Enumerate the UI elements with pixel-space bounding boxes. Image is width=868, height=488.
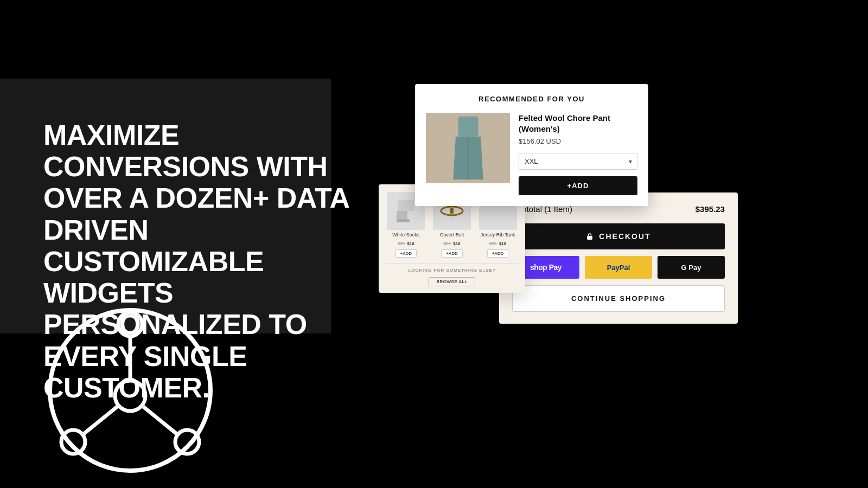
product-name: Felted Wool Chore Pant (Women's) (519, 113, 637, 134)
product-info: Felted Wool Chore Pant (Women's) $156.02… (519, 113, 637, 195)
lock-icon (586, 233, 593, 240)
svg-point-1 (118, 312, 142, 336)
checkout-button[interactable]: CHECKOUT (512, 223, 725, 249)
thumb-price-new: $16 (407, 241, 414, 246)
svg-rect-10 (398, 200, 414, 211)
thumb-price-new: $16 (453, 241, 460, 246)
add-to-cart-button[interactable]: +ADD (519, 176, 637, 195)
browse-all-button[interactable]: BROWSE ALL (429, 277, 476, 286)
recommended-title: RECOMMENDED FOR YOU (426, 95, 637, 103)
checkout-label: CHECKOUT (599, 232, 650, 241)
svg-rect-8 (458, 117, 478, 137)
looking-text: LOOKING FOR SOMETHING ELSE? (385, 268, 519, 273)
thumb-price-orig: $20 (443, 241, 450, 246)
svg-line-7 (143, 407, 178, 435)
network-icon (43, 304, 217, 477)
thumb-add-button[interactable]: +ADD (441, 249, 463, 258)
svg-point-4 (115, 381, 145, 411)
thumb-name: Jersey Rib Tank (477, 232, 519, 237)
size-select-wrapper[interactable]: XXL XS S M L XL ▾ (519, 153, 637, 170)
gpay-button[interactable]: G Pay (658, 256, 725, 279)
thumb-price-new: $16 (499, 241, 506, 246)
paypal-button[interactable]: PayPal (585, 256, 652, 279)
product-price: $156.02 USD (519, 137, 637, 145)
recommended-card: RECOMMENDED FOR YOU Felted Wool Chore Pa… (415, 84, 648, 206)
cart-card: Subtotal (1 Item) $395.23 CHECKOUT shop … (499, 192, 738, 324)
svg-line-6 (82, 407, 117, 435)
thumb-price-orig: $20 (489, 241, 496, 246)
paypal-label: PayPal (607, 264, 630, 272)
svg-rect-14 (450, 208, 454, 214)
thumb-price-orig: $20 (398, 241, 405, 246)
looking-section: LOOKING FOR SOMETHING ELSE? BROWSE ALL (385, 263, 519, 286)
thumb-name: Covert Belt (431, 232, 473, 237)
svg-rect-15 (587, 236, 592, 240)
payment-methods: shop Pay PayPal G Pay (512, 256, 725, 279)
product-image (426, 113, 510, 183)
subtotal-amount: $395.23 (695, 204, 725, 214)
gpay-label: G Pay (681, 264, 701, 272)
continue-shopping-button[interactable]: CONTINUE SHOPPING (512, 285, 725, 312)
thumb-add-button[interactable]: +ADD (395, 249, 417, 258)
thumb-add-button[interactable]: +ADD (487, 249, 509, 258)
shoppay-label: shop Pay (530, 263, 561, 272)
size-select[interactable]: XXL XS S M L XL (519, 153, 637, 170)
thumb-name: White Socks (385, 232, 427, 237)
svg-point-0 (50, 310, 210, 471)
svg-rect-12 (397, 219, 410, 222)
